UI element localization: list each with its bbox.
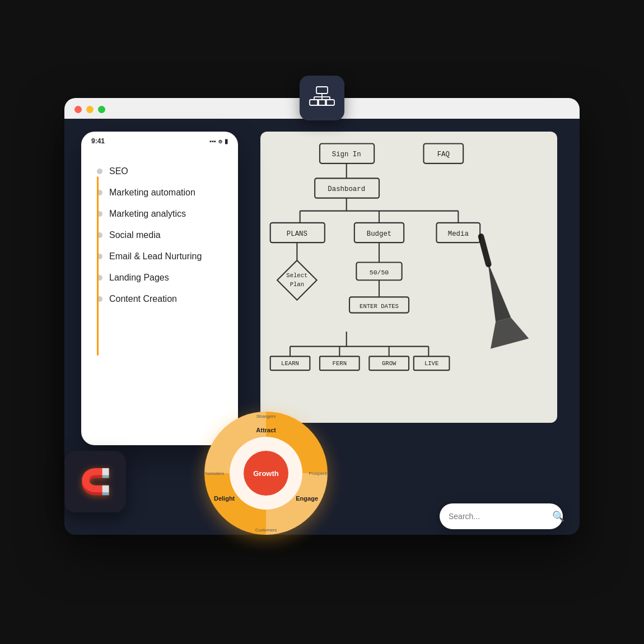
phone-time: 9:41 bbox=[91, 137, 105, 145]
label-delight: Delight bbox=[214, 495, 235, 502]
svg-rect-0 bbox=[316, 87, 328, 94]
growth-wheel: Strangers Prospects Customers Promoters … bbox=[204, 412, 328, 535]
svg-text:Sign In: Sign In bbox=[332, 151, 361, 158]
menu-label-content: Content Creation bbox=[109, 294, 177, 304]
label-strangers: Strangers bbox=[256, 414, 276, 419]
whiteboard: Sign In FAQ Dashboard bbox=[260, 132, 557, 423]
wheel-outer: Strangers Prospects Customers Promoters … bbox=[204, 412, 328, 535]
svg-text:FAQ: FAQ bbox=[437, 151, 450, 158]
menu-dot-seo bbox=[97, 169, 102, 174]
close-dot[interactable] bbox=[74, 106, 82, 113]
flowchart-svg: Sign In FAQ Dashboard bbox=[260, 132, 557, 423]
menu-item-social-media[interactable]: Social media bbox=[109, 225, 238, 246]
svg-text:FERN: FERN bbox=[333, 360, 347, 367]
menu-item-content-creation[interactable]: Content Creation bbox=[109, 288, 238, 310]
svg-text:Media: Media bbox=[448, 230, 469, 238]
svg-text:50/50: 50/50 bbox=[370, 269, 389, 276]
svg-text:Budget: Budget bbox=[367, 230, 392, 238]
phone-mockup: 9:41 ▪▪▪ ⌾ ▮ SEO Marketing automation Ma… bbox=[81, 132, 238, 445]
label-customers: Customers bbox=[255, 528, 277, 533]
battery-icon: ▮ bbox=[225, 138, 228, 145]
menu-label-social: Social media bbox=[109, 230, 161, 240]
svg-text:Select: Select bbox=[286, 272, 307, 279]
search-icon: 🔍 bbox=[552, 510, 564, 522]
menu-label-landing: Landing Pages bbox=[109, 273, 169, 283]
wifi-icon: ⌾ bbox=[218, 138, 222, 144]
svg-text:Plan: Plan bbox=[290, 281, 304, 288]
menu-label-analytics: Marketing analytics bbox=[109, 209, 186, 219]
maximize-dot[interactable] bbox=[98, 106, 105, 113]
phone-menu: SEO Marketing automation Marketing analy… bbox=[81, 154, 238, 316]
label-prospects: Prospects bbox=[309, 471, 329, 476]
whiteboard-container: Sign In FAQ Dashboard bbox=[260, 132, 557, 423]
menu-label-seo: SEO bbox=[109, 166, 128, 176]
svg-text:LEARN: LEARN bbox=[281, 360, 299, 367]
label-attract: Attract bbox=[256, 427, 276, 433]
magnet-emoji: 🧲 bbox=[80, 467, 111, 496]
phone-status-bar: 9:41 ▪▪▪ ⌾ ▮ bbox=[81, 132, 238, 148]
video-panel: Sign In FAQ Dashboard bbox=[249, 120, 568, 434]
menu-item-marketing-automation[interactable]: Marketing automation bbox=[109, 182, 238, 203]
search-bar[interactable]: 🔍 bbox=[440, 503, 563, 529]
menu-label-email: Email & Lead Nurturing bbox=[109, 251, 202, 262]
menu-label-automation: Marketing automation bbox=[109, 188, 195, 198]
label-engage: Engage bbox=[296, 495, 318, 502]
network-hierarchy-icon bbox=[309, 85, 335, 111]
svg-text:GROW: GROW bbox=[382, 360, 396, 367]
svg-text:ENTER DATES: ENTER DATES bbox=[360, 303, 399, 310]
menu-item-seo[interactable]: SEO bbox=[109, 161, 238, 182]
svg-text:PLANS: PLANS bbox=[287, 230, 307, 238]
svg-rect-51 bbox=[477, 233, 492, 268]
network-icon-badge bbox=[300, 76, 344, 120]
growth-label: Growth bbox=[253, 469, 279, 478]
wheel-center: Growth bbox=[244, 451, 288, 496]
search-input[interactable] bbox=[449, 512, 547, 521]
svg-marker-28 bbox=[277, 260, 317, 300]
outer-container: 9:41 ▪▪▪ ⌾ ▮ SEO Marketing automation Ma… bbox=[48, 64, 596, 580]
menu-item-landing-pages[interactable]: Landing Pages bbox=[109, 267, 238, 288]
svg-text:Dashboard: Dashboard bbox=[328, 185, 365, 193]
phone-status-icons: ▪▪▪ ⌾ ▮ bbox=[209, 138, 228, 145]
minimize-dot[interactable] bbox=[86, 106, 94, 113]
wheel-inner: Attract Engage Delight Growth bbox=[230, 437, 302, 510]
phone-menu-divider bbox=[97, 176, 99, 356]
signal-icon: ▪▪▪ bbox=[209, 138, 216, 144]
menu-item-email-lead[interactable]: Email & Lead Nurturing bbox=[109, 246, 238, 267]
svg-text:LIVE: LIVE bbox=[424, 360, 438, 367]
menu-item-marketing-analytics[interactable]: Marketing analytics bbox=[109, 203, 238, 225]
label-promoters: Promoters bbox=[203, 471, 224, 476]
magnet-widget: 🧲 bbox=[64, 451, 126, 512]
